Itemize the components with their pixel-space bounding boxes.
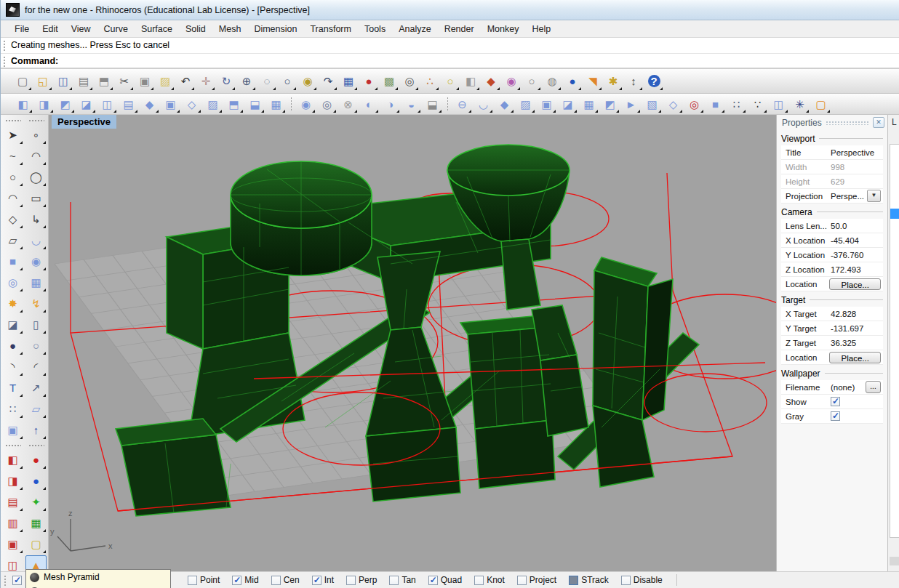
prop-value[interactable]: 172.493 — [831, 265, 881, 274]
ellipse-button[interactable]: ◯ — [25, 167, 47, 187]
mesh-tag-button[interactable]: ◫ — [769, 95, 788, 113]
osnap-strack-checkbox[interactable] — [569, 576, 578, 585]
prop-value[interactable]: -45.404 — [831, 236, 881, 245]
osnap-int-checkbox[interactable] — [312, 576, 321, 585]
move-face-button[interactable]: ▤ — [119, 95, 138, 113]
solid-box-button[interactable]: ■ — [2, 251, 23, 271]
light-bulb-button[interactable]: ○ — [441, 72, 460, 91]
flyout-item-mesh-pyramid[interactable]: Mesh Pyramid — [26, 570, 170, 584]
close-panel-button[interactable]: ✕ — [873, 117, 884, 128]
cut-button[interactable]: ✂ — [115, 72, 134, 91]
conic-arc-button[interactable]: ◠ — [2, 188, 23, 208]
mesh-plane-button[interactable]: ◆ — [495, 95, 514, 113]
extrude-face-button[interactable]: ◩ — [55, 95, 75, 113]
print-button[interactable]: ▤ — [74, 72, 93, 91]
viewport-layout-button[interactable]: ▦ — [339, 72, 358, 91]
surface-3pt-button[interactable]: ▱ — [2, 230, 23, 250]
planar-surface-button[interactable]: ◨ — [34, 95, 54, 113]
menu-edit[interactable]: Edit — [36, 22, 65, 36]
osnap-perp-checkbox[interactable] — [346, 576, 356, 585]
mesh-stripes-button[interactable]: ▧ — [642, 95, 662, 113]
boolean-split-button[interactable]: ◐ — [359, 95, 379, 113]
osnap-point-checkbox[interactable] — [188, 576, 197, 585]
prop-checkbox-show[interactable] — [831, 397, 840, 406]
mesh-flip-button[interactable]: ► — [621, 95, 641, 113]
mesh-wire-box-button[interactable]: ▢ — [811, 95, 831, 113]
shear-face-button[interactable]: ⬒ — [224, 95, 244, 113]
circle-button[interactable]: ○ — [2, 167, 23, 187]
sphere-latlong-button[interactable]: ◍ — [543, 72, 562, 91]
perspective-viewport[interactable]: Perspective — [49, 115, 776, 571]
car-button[interactable]: ● — [359, 72, 378, 91]
distribute-right-button[interactable]: ▥ — [2, 513, 23, 533]
mesh-control-points-button[interactable]: ∷ — [727, 95, 746, 113]
flag-button[interactable]: ◥ — [583, 72, 602, 91]
surface-from-curves-button[interactable]: ◡ — [25, 230, 47, 250]
mesh-bowl-button[interactable]: ◡ — [474, 95, 493, 113]
menu-transform[interactable]: Transform — [303, 22, 358, 36]
menu-analyze[interactable]: Analyze — [392, 22, 437, 36]
align-vertical-button[interactable]: ▣ — [2, 534, 23, 554]
prop-value[interactable]: (none) — [831, 383, 866, 392]
drape-surface-button[interactable]: ▣ — [2, 420, 23, 440]
cutplane-button[interactable]: ▱ — [25, 399, 47, 419]
mesh-point-cloud-button[interactable]: ∵ — [748, 95, 767, 113]
save-button[interactable]: ◫ — [54, 72, 73, 91]
flyout-item-partial[interactable] — [26, 584, 170, 588]
osnap-project-checkbox[interactable] — [517, 576, 527, 585]
extrude-straight-button[interactable]: ↑ — [25, 420, 47, 440]
zoom-window-button[interactable]: ◌ — [257, 72, 276, 91]
sphere-wireframe-button[interactable]: ○ — [522, 72, 541, 91]
undo-button[interactable]: ↶ — [176, 72, 195, 91]
mesh-quad-split-button[interactable]: ▦ — [579, 95, 599, 113]
mesh-polygon-button[interactable]: ▦ — [25, 513, 47, 533]
target-place-button[interactable]: Place... — [829, 352, 881, 363]
wedge-face-button[interactable]: ◆ — [140, 95, 159, 113]
panel-drag-handle[interactable] — [826, 120, 869, 125]
dimension-scale-button[interactable]: ↕ — [624, 72, 643, 91]
toolbar-grip[interactable] — [28, 442, 44, 448]
prop-value[interactable]: Perspe... — [831, 192, 867, 201]
spheres-button[interactable]: ◉ — [25, 251, 47, 271]
mesh-cube-button[interactable]: ■ — [706, 95, 725, 113]
drag-grip[interactable] — [3, 56, 6, 67]
viewport-title-tab[interactable]: Perspective — [52, 115, 116, 129]
prop-value[interactable]: 36.325 — [831, 339, 881, 347]
mesh-weld-button[interactable]: ◇ — [663, 95, 683, 113]
mesh-model[interactable] — [116, 145, 699, 516]
menu-view[interactable]: View — [65, 22, 97, 36]
options-gear-button[interactable]: ✱ — [604, 72, 623, 91]
render-flash-button[interactable]: ✦ — [25, 492, 47, 512]
menu-tools[interactable]: Tools — [358, 22, 392, 36]
move-face-distance-button[interactable]: ◪ — [76, 95, 96, 113]
zoom-dynamic-button[interactable]: ⊕ — [237, 72, 256, 91]
boolean-intersection-button[interactable]: ⊗ — [338, 95, 358, 113]
merge-faces-button[interactable]: ◒ — [401, 95, 421, 113]
zoom-selected-button[interactable]: ◉ — [298, 72, 317, 91]
new-file-button[interactable]: ▢ — [13, 72, 32, 91]
copy-face-button[interactable]: ◫ — [97, 95, 117, 113]
toolbar-grip[interactable] — [5, 119, 21, 123]
prop-value[interactable]: -376.760 — [831, 251, 881, 259]
camera-place-button[interactable]: Place... — [829, 278, 881, 290]
osnap-end-checkbox[interactable] — [12, 576, 22, 585]
undo-view-change-button[interactable]: ↷ — [319, 72, 337, 91]
mesh-patch-button[interactable]: ▨ — [516, 95, 535, 113]
rotate-face-button[interactable]: ▨ — [203, 95, 223, 113]
trim-button[interactable]: ◪ — [2, 315, 23, 334]
color-wheel-button[interactable]: ◉ — [502, 72, 521, 91]
command-prompt-row[interactable]: Command: — [1, 54, 899, 70]
osnap-quad-checkbox[interactable] — [428, 576, 438, 585]
text-button[interactable]: T — [2, 378, 23, 398]
torus-button[interactable]: ◎ — [2, 273, 23, 292]
prop-checkbox-gray[interactable] — [831, 411, 840, 421]
menu-surface[interactable]: Surface — [135, 22, 179, 36]
filename-browse-button[interactable]: ... — [866, 381, 881, 393]
menu-dimension[interactable]: Dimension — [247, 22, 303, 36]
render-current-button[interactable]: ● — [25, 450, 47, 470]
menu-help[interactable]: Help — [525, 22, 557, 36]
boolean-difference-button[interactable]: ◎ — [317, 95, 337, 113]
mesh-box-button[interactable]: ▣ — [537, 95, 556, 113]
extend-curve-button[interactable]: ◜ — [25, 357, 47, 376]
projection-dropdown-button[interactable]: ▼ — [867, 190, 881, 202]
